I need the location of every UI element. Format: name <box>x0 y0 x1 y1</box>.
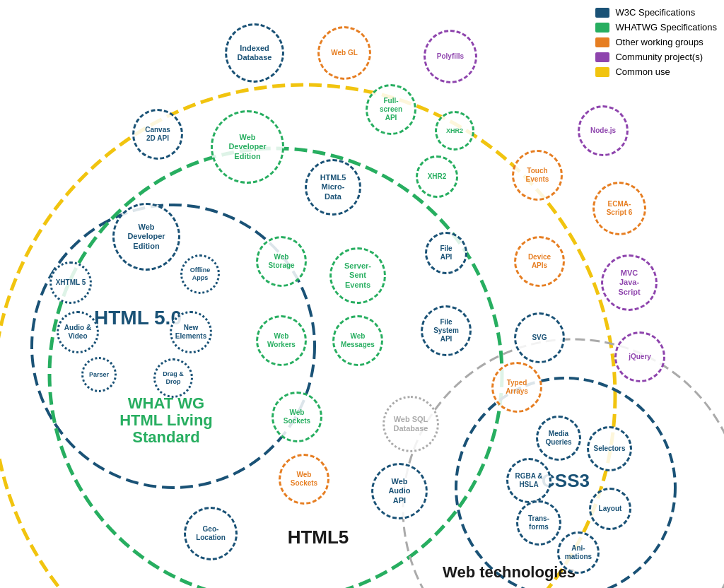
node-text-drag-drop: Drag & Drop <box>163 370 184 386</box>
node-text-offline-apps: Offline Apps <box>190 266 211 282</box>
node-text-web-audio: Web Audio API <box>388 477 410 505</box>
node-text-web-dev-ed-outer: Web Developer Edition <box>228 133 266 161</box>
node-text-css3-layout: Layout <box>599 505 622 513</box>
node-text-indexed-db: Indexed Database <box>238 44 272 62</box>
node-text-web-sockets-top: Web Sockets <box>284 408 310 425</box>
node-text-canvas2d: Canvas 2D API <box>145 126 170 143</box>
node-css3-animations: Ani- mations <box>557 531 600 574</box>
node-text-parser: Parser <box>89 371 109 379</box>
node-web-storage: Web Storage <box>256 236 307 287</box>
node-indexed-db: Indexed Database <box>225 23 284 83</box>
node-text-mvc-js: MVC Java- Script <box>618 269 640 297</box>
node-text-css3-rgba: RGBA & HSLA <box>515 472 542 489</box>
node-css3-selectors: Selectors <box>587 426 632 471</box>
node-html5-microdata: HTML5 Micro- Data <box>305 159 361 216</box>
node-text-jquery: jQuery <box>629 353 651 361</box>
label-whatwg: WHAT WG HTML Living Standard <box>119 395 213 447</box>
node-web-sockets-top: Web Sockets <box>272 392 322 442</box>
node-parser: Parser <box>81 357 117 392</box>
node-text-css3-transforms: Trans- forms <box>528 514 549 531</box>
legend-item: W3C Specifications <box>595 7 717 18</box>
svg-point-1 <box>49 148 502 588</box>
node-device-apis: Device APIs <box>514 236 565 287</box>
legend-item: WHATWG Specifications <box>595 22 717 33</box>
label-html50: HTML 5.0 <box>94 307 182 329</box>
node-new-elements: New Elements <box>170 311 212 353</box>
node-filesystem-api: File System API <box>421 305 472 356</box>
node-xhr2: XHR2 <box>416 155 458 198</box>
node-file-api: File API <box>425 232 467 274</box>
node-text-server-sent: Server- Sent Events <box>344 261 371 290</box>
node-text-web-dev-ed-inner: Web Developer Edition <box>127 223 165 251</box>
node-text-css3-animations: Ani- mations <box>565 544 592 561</box>
node-nodejs: Node.js <box>578 105 629 156</box>
node-css3-transforms: Trans- forms <box>516 500 561 546</box>
node-text-polyfills: Polyfills <box>437 52 464 61</box>
node-text-html5-microdata: HTML5 Micro- Data <box>320 173 346 201</box>
node-web-sockets-bot: Web Sockets <box>279 454 329 505</box>
node-text-fullscreen: Full- screen API <box>380 97 402 122</box>
legend-item: Other working groups <box>595 37 717 47</box>
node-text-device-apis: Device APIs <box>528 253 551 270</box>
node-css3-media: Media Queries <box>536 416 581 461</box>
node-text-nodejs: Node.js <box>590 127 616 135</box>
legend-item: Common use <box>595 66 717 77</box>
node-web-sql: Web SQL Database <box>383 396 439 452</box>
node-xhtml5: XHTML 5 <box>49 261 92 304</box>
node-web-workers: Web Workers <box>256 315 307 366</box>
node-text-web-workers: Web Workers <box>267 332 296 349</box>
node-drag-drop: Drag & Drop <box>153 358 193 398</box>
node-web-dev-ed-outer: Web Developer Edition <box>211 110 284 184</box>
node-text-webgl: Web GL <box>331 49 358 57</box>
node-offline-apps: Offline Apps <box>180 254 220 294</box>
node-css3-rgba: RGBA & HSLA <box>506 458 551 503</box>
node-jquery: jQuery <box>614 331 665 382</box>
node-text-typed-arrays: Typed Arrays <box>506 379 528 396</box>
node-mvc-js: MVC Java- Script <box>601 254 658 311</box>
node-text-xhr2: XHR2 <box>428 172 447 181</box>
node-text-xhtml5: XHTML 5 <box>56 278 86 287</box>
node-text-svg: SVG <box>532 334 547 342</box>
node-ecma6: ECMA- Script 6 <box>592 182 646 235</box>
label-html5: HTML5 <box>288 527 349 548</box>
node-audio-video: Audio & Video <box>57 311 99 353</box>
node-text-ecma6: ECMA- Script 6 <box>607 200 633 217</box>
node-xhr2-outer: XHR2 <box>435 111 474 151</box>
node-webgl: Web GL <box>317 26 371 80</box>
node-text-web-storage: Web Storage <box>268 253 294 270</box>
node-text-web-sockets-bot: Web Sockets <box>291 471 317 488</box>
node-text-filesystem-api: File System API <box>433 318 459 343</box>
node-text-css3-media: Media Queries <box>545 430 571 447</box>
main-canvas: W3C SpecificationsWHATWG SpecificationsO… <box>0 0 724 588</box>
legend-item: Community project(s) <box>595 52 717 62</box>
node-text-web-messages: Web Messages <box>341 332 375 349</box>
node-text-new-elements: New Elements <box>175 324 206 341</box>
node-svg: SVG <box>514 312 565 363</box>
node-text-css3-selectors: Selectors <box>593 445 625 453</box>
legend: W3C SpecificationsWHATWG SpecificationsO… <box>595 7 717 77</box>
node-canvas2d: Canvas 2D API <box>132 109 183 160</box>
node-touch-events: Touch Events <box>512 150 563 201</box>
node-text-web-sql: Web SQL Database <box>394 415 428 433</box>
node-text-audio-video: Audio & Video <box>64 324 91 341</box>
node-css3-layout: Layout <box>589 488 631 530</box>
node-typed-arrays: Typed Arrays <box>491 362 542 413</box>
node-text-file-api: File API <box>440 245 452 261</box>
node-server-sent: Server- Sent Events <box>329 247 386 304</box>
node-text-geo-location: Geo- Location <box>196 525 226 542</box>
node-text-xhr2-outer: XHR2 <box>446 127 463 135</box>
node-web-audio: Web Audio API <box>371 463 428 519</box>
node-geo-location: Geo- Location <box>184 507 238 560</box>
node-fullscreen: Full- screen API <box>366 84 416 135</box>
node-text-touch-events: Touch Events <box>526 167 549 184</box>
node-web-messages: Web Messages <box>332 315 383 366</box>
node-polyfills: Polyfills <box>424 30 477 83</box>
node-web-dev-ed-inner: Web Developer Edition <box>112 203 180 271</box>
label-webtechs: Web technologies <box>443 564 576 581</box>
